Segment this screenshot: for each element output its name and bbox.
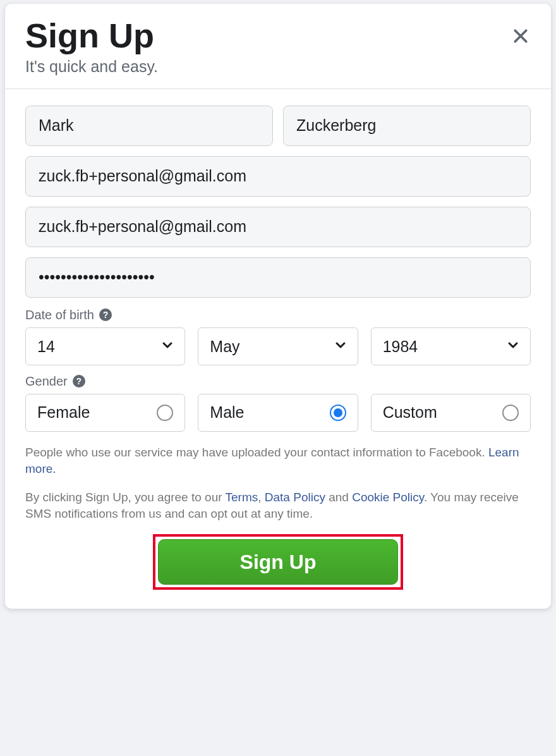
gender-option-female[interactable]: Female xyxy=(25,394,185,432)
signup-button[interactable]: Sign Up xyxy=(158,539,398,585)
close-icon xyxy=(511,38,530,47)
contact-disclosure: People who use our service may have uplo… xyxy=(25,444,531,478)
gender-option-label: Custom xyxy=(383,403,437,422)
terms-link[interactable]: Terms xyxy=(226,491,258,504)
dob-label-row: Date of birth ? xyxy=(25,308,531,322)
first-name-input[interactable] xyxy=(25,106,273,146)
gender-label: Gender xyxy=(25,374,68,389)
gender-option-male[interactable]: Male xyxy=(198,394,358,432)
gender-option-custom[interactable]: Custom xyxy=(371,394,531,432)
help-icon[interactable]: ? xyxy=(99,308,112,321)
email-confirm-input[interactable] xyxy=(25,207,531,247)
modal-header: Sign Up It's quick and easy. xyxy=(5,4,551,89)
dob-month-select[interactable]: May xyxy=(198,327,358,365)
dob-day-select[interactable]: 14 xyxy=(25,327,185,365)
help-icon[interactable]: ? xyxy=(73,375,85,387)
data-policy-link[interactable]: Data Policy xyxy=(265,491,325,504)
radio-icon xyxy=(502,405,519,421)
gender-option-label: Female xyxy=(37,403,90,422)
modal-body: Date of birth ? 14 May xyxy=(5,89,551,609)
close-button[interactable] xyxy=(509,25,532,48)
dob-label: Date of birth xyxy=(25,308,94,322)
signup-modal: Sign Up It's quick and easy. Date of bir… xyxy=(5,4,551,609)
terms-disclosure: By clicking Sign Up, you agree to our Te… xyxy=(25,489,531,523)
modal-title: Sign Up xyxy=(25,18,531,54)
email-input[interactable] xyxy=(25,156,531,197)
gender-option-label: Male xyxy=(210,403,244,422)
cookie-policy-link[interactable]: Cookie Policy xyxy=(352,491,424,504)
radio-icon xyxy=(330,405,346,421)
radio-icon xyxy=(157,405,173,421)
modal-subtitle: It's quick and easy. xyxy=(25,58,531,76)
highlight-box: Sign Up xyxy=(153,534,403,590)
gender-label-row: Gender ? xyxy=(25,374,531,389)
last-name-input[interactable] xyxy=(283,106,531,146)
dob-year-select[interactable]: 1984 xyxy=(371,327,531,365)
password-input[interactable] xyxy=(25,257,531,298)
